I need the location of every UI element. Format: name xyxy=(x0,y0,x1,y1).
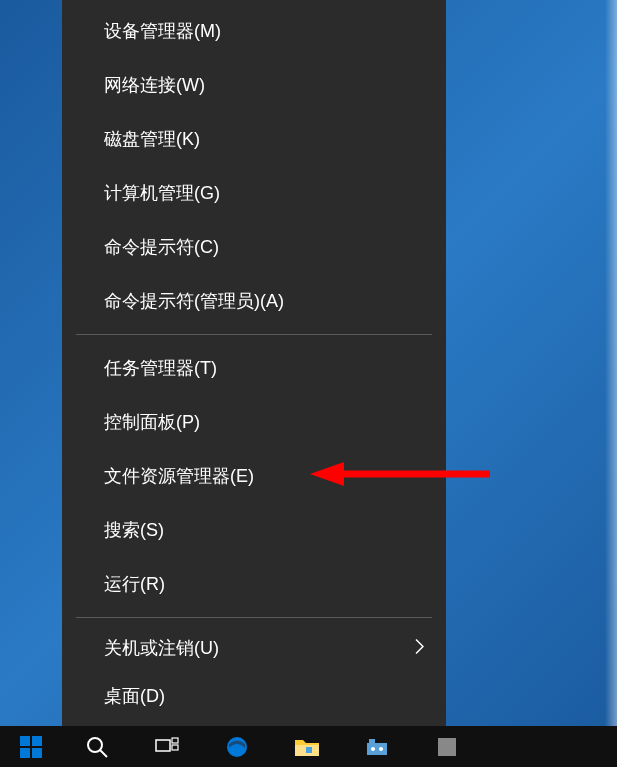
menu-divider xyxy=(76,334,432,335)
svg-rect-15 xyxy=(369,739,375,743)
menu-label: 关机或注销(U) xyxy=(104,636,219,660)
menu-item-file-explorer[interactable]: 文件资源管理器(E) xyxy=(62,449,446,503)
menu-label: 任务管理器(T) xyxy=(104,356,217,380)
svg-rect-4 xyxy=(20,748,30,758)
search-icon xyxy=(86,736,108,758)
svg-rect-10 xyxy=(172,745,178,750)
svg-rect-3 xyxy=(32,736,42,746)
menu-item-search[interactable]: 搜索(S) xyxy=(62,503,446,557)
app-icon xyxy=(436,736,458,758)
edge-fade xyxy=(605,0,617,726)
taskbar-app-button[interactable] xyxy=(412,726,482,767)
svg-point-16 xyxy=(371,747,375,751)
svg-line-7 xyxy=(100,750,107,757)
svg-rect-8 xyxy=(156,740,170,751)
menu-item-disk-management[interactable]: 磁盘管理(K) xyxy=(62,112,446,166)
winx-context-menu: 设备管理器(M) 网络连接(W) 磁盘管理(K) 计算机管理(G) 命令提示符(… xyxy=(62,0,446,726)
start-button[interactable] xyxy=(0,726,62,767)
menu-label: 磁盘管理(K) xyxy=(104,127,200,151)
menu-label: 网络连接(W) xyxy=(104,73,205,97)
edge-icon xyxy=(225,735,249,759)
menu-item-device-manager[interactable]: 设备管理器(M) xyxy=(62,4,446,58)
svg-point-6 xyxy=(88,738,102,752)
taskbar xyxy=(0,726,617,767)
taskbar-file-explorer-button[interactable] xyxy=(272,726,342,767)
svg-rect-18 xyxy=(438,738,456,756)
menu-item-task-manager[interactable]: 任务管理器(T) xyxy=(62,341,446,395)
menu-label: 桌面(D) xyxy=(104,684,165,708)
svg-point-17 xyxy=(379,747,383,751)
svg-rect-2 xyxy=(20,736,30,746)
chevron-right-icon xyxy=(415,637,424,660)
menu-item-command-prompt-admin[interactable]: 命令提示符(管理员)(A) xyxy=(62,274,446,328)
menu-item-network-connections[interactable]: 网络连接(W) xyxy=(62,58,446,112)
svg-rect-5 xyxy=(32,748,42,758)
menu-item-command-prompt[interactable]: 命令提示符(C) xyxy=(62,220,446,274)
menu-divider xyxy=(76,617,432,618)
task-view-icon xyxy=(155,737,179,757)
menu-item-desktop[interactable]: 桌面(D) xyxy=(62,672,446,720)
menu-label: 设备管理器(M) xyxy=(104,19,221,43)
svg-rect-14 xyxy=(367,743,387,755)
svg-rect-9 xyxy=(172,738,178,743)
menu-label: 搜索(S) xyxy=(104,518,164,542)
taskbar-settings-button[interactable] xyxy=(342,726,412,767)
menu-label: 文件资源管理器(E) xyxy=(104,464,254,488)
menu-item-shutdown-signout[interactable]: 关机或注销(U) xyxy=(62,624,446,672)
menu-label: 命令提示符(管理员)(A) xyxy=(104,289,284,313)
menu-label: 计算机管理(G) xyxy=(104,181,220,205)
svg-rect-13 xyxy=(306,747,312,753)
taskbar-search-button[interactable] xyxy=(62,726,132,767)
menu-label: 控制面板(P) xyxy=(104,410,200,434)
folder-icon xyxy=(294,736,320,758)
settings-icon xyxy=(365,735,389,759)
menu-item-run[interactable]: 运行(R) xyxy=(62,557,446,611)
menu-item-computer-management[interactable]: 计算机管理(G) xyxy=(62,166,446,220)
windows-icon xyxy=(20,736,42,758)
menu-label: 命令提示符(C) xyxy=(104,235,219,259)
taskbar-task-view-button[interactable] xyxy=(132,726,202,767)
taskbar-edge-button[interactable] xyxy=(202,726,272,767)
menu-label: 运行(R) xyxy=(104,572,165,596)
menu-item-control-panel[interactable]: 控制面板(P) xyxy=(62,395,446,449)
